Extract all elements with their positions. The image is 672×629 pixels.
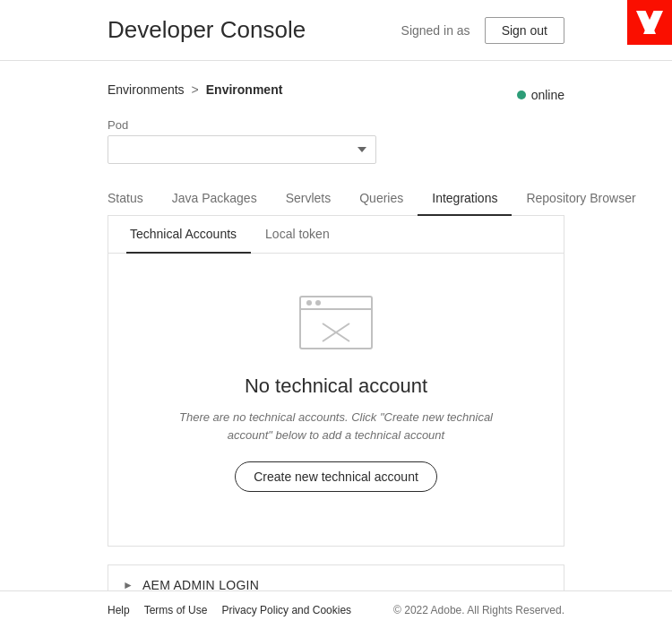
signed-in-label: Signed in as [401,23,470,38]
empty-title: No technical account [245,375,427,398]
svg-point-3 [315,300,321,306]
subtab-local-token[interactable]: Local token [251,216,344,254]
tab-integrations[interactable]: Integrations [418,182,512,216]
status-label: online [531,88,564,102]
footer-links: Help Terms of Use Privacy Policy and Coo… [108,604,351,616]
page-title: Developer Console [108,16,401,44]
create-technical-account-button[interactable]: Create new technical account [235,461,437,492]
status-dot [517,90,526,99]
breadcrumb-environments[interactable]: Environments [108,82,185,97]
adobe-logo [627,0,672,45]
tab-servlets[interactable]: Servlets [271,182,346,216]
breadcrumb-current: Environment [206,82,283,97]
breadcrumb-separator: > [192,82,199,97]
pod-label: Pod [108,118,564,132]
nav-tabs: Status Java Packages Servlets Queries In… [108,182,564,216]
empty-state: No technical account There are no techni… [108,254,564,546]
tab-repository-browser[interactable]: Repository Browser [512,182,650,216]
footer-terms-link[interactable]: Terms of Use [144,604,208,616]
chevron-right-icon: ► [123,579,134,591]
tab-java-packages[interactable]: Java Packages [158,182,271,216]
empty-state-icon [291,289,381,357]
content-area: Technical Accounts Local token No techni… [108,216,564,547]
pod-section: Pod [108,118,564,164]
status-indicator: online [517,88,564,102]
footer-copyright: © 2022 Adobe. All Rights Reserved. [393,604,564,616]
header: Developer Console Signed in as Sign out [0,0,672,61]
tab-queries[interactable]: Queries [345,182,418,216]
sub-tabs: Technical Accounts Local token [108,216,564,254]
footer: Help Terms of Use Privacy Policy and Coo… [0,590,672,629]
sign-out-button[interactable]: Sign out [485,17,564,44]
main-content: Environments > Environment online Pod St… [0,61,672,627]
tab-status[interactable]: Status [108,182,158,216]
subtab-technical-accounts[interactable]: Technical Accounts [126,216,251,254]
footer-help-link[interactable]: Help [108,604,130,616]
breadcrumb: Environments > Environment [108,82,282,97]
footer-privacy-link[interactable]: Privacy Policy and Cookies [221,604,351,616]
empty-description: There are no technical accounts. Click "… [166,409,506,444]
pod-select[interactable] [108,135,376,164]
svg-point-2 [306,300,312,306]
